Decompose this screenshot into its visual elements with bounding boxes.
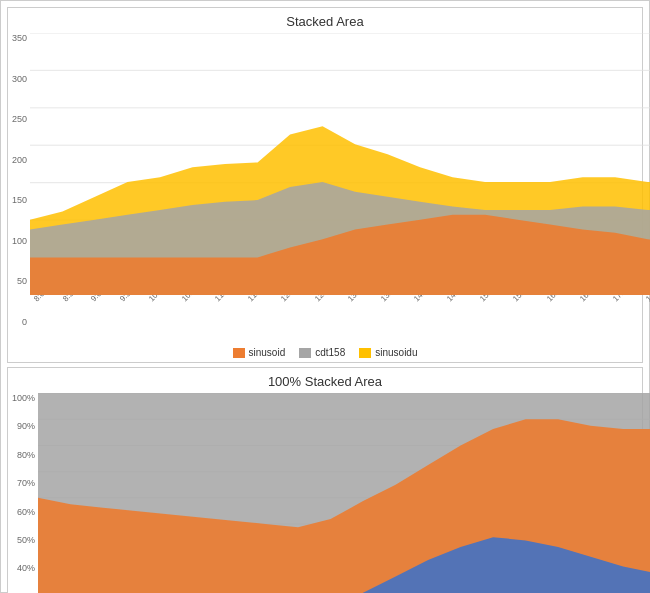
y2-label-40: 40% [17,563,35,573]
page: Stacked Area 350 300 250 200 150 100 50 … [0,0,650,593]
chart1-legend-label-2: sinusoidu [375,347,417,358]
x1-label-9: 12:35:00 [313,295,341,303]
x1-label-5: 10:35:00 [180,295,208,303]
chart1-container: Stacked Area 350 300 250 200 150 100 50 … [7,7,643,363]
x1-label-2: 9:05:00 [89,295,114,303]
y2-label-90: 90% [17,421,35,431]
chart1-x-axis: 8:05:00 8:35:00 9:05:00 9:35:00 10:05:00… [30,295,650,345]
x1-label-3: 9:35:00 [118,295,143,303]
chart1-x-labels: 8:05:00 8:35:00 9:05:00 9:35:00 10:05:00… [30,297,650,306]
x1-label-8: 12:05:00 [279,295,307,303]
x1-label-18: 17:05:00 [611,295,639,303]
x1-label-4: 10:05:00 [147,295,175,303]
chart2-title: 100% Stacked Area [268,374,382,389]
chart2-body: 8:05:00 8:35:00 9:05:00 9:35:00 10:05:00… [38,393,650,593]
chart2-area: 100% 90% 80% 70% 60% 50% 40% 30% 20% 10%… [12,393,638,593]
chart1-title: Stacked Area [286,14,363,29]
y1-label-50: 50 [17,276,27,286]
chart1-area: 350 300 250 200 150 100 50 0 [12,33,638,345]
x1-label-1: 8:35:00 [61,295,86,303]
x1-label-7: 11:35:00 [246,295,274,303]
y2-label-50: 50% [17,535,35,545]
y1-label-100: 100 [12,236,27,246]
chart1-legend-item-2: sinusoidu [359,347,417,358]
x1-label-11: 13:35:00 [379,295,407,303]
y1-label-0: 0 [22,317,27,327]
x1-label-6: 11:05:00 [213,295,241,303]
chart2-svg-area [38,393,650,593]
chart2-container: 100% Stacked Area 100% 90% 80% 70% 60% 5… [7,367,643,593]
chart1-swatch-2 [359,348,371,358]
chart1-svg-area [30,33,650,295]
chart1-legend-label-0: sinusoid [249,347,286,358]
chart1-y-axis: 350 300 250 200 150 100 50 0 [12,33,30,345]
y1-label-350: 350 [12,33,27,43]
chart1-legend-item-1: cdt158 [299,347,345,358]
y1-label-250: 250 [12,114,27,124]
x1-label-10: 13:05:00 [346,295,374,303]
chart2-svg [38,393,650,593]
chart1-legend-item-0: sinusoid [233,347,286,358]
y2-label-80: 80% [17,450,35,460]
chart2-y-axis: 100% 90% 80% 70% 60% 50% 40% 30% 20% 10%… [12,393,38,593]
y1-label-150: 150 [12,195,27,205]
x1-label-19: 17:35:00 [644,295,650,303]
y1-label-200: 200 [12,155,27,165]
x1-label-0: 8:05:00 [32,295,57,303]
chart1-svg [30,33,650,295]
x1-label-16: 16:05:00 [545,295,573,303]
chart1-body: 8:05:00 8:35:00 9:05:00 9:35:00 10:05:00… [30,33,650,345]
y2-label-70: 70% [17,478,35,488]
chart1-swatch-0 [233,348,245,358]
chart1-swatch-1 [299,348,311,358]
y2-label-60: 60% [17,507,35,517]
y2-label-100: 100% [12,393,35,403]
x1-label-14: 15:05:00 [478,295,506,303]
chart1-legend: sinusoid cdt158 sinusoidu [233,347,418,358]
y1-label-300: 300 [12,74,27,84]
chart1-legend-label-1: cdt158 [315,347,345,358]
x1-label-13: 14:35:00 [445,295,473,303]
x1-label-12: 14:05:00 [412,295,440,303]
x1-label-17: 16:35:00 [578,295,606,303]
x1-label-15: 15:35:00 [511,295,539,303]
